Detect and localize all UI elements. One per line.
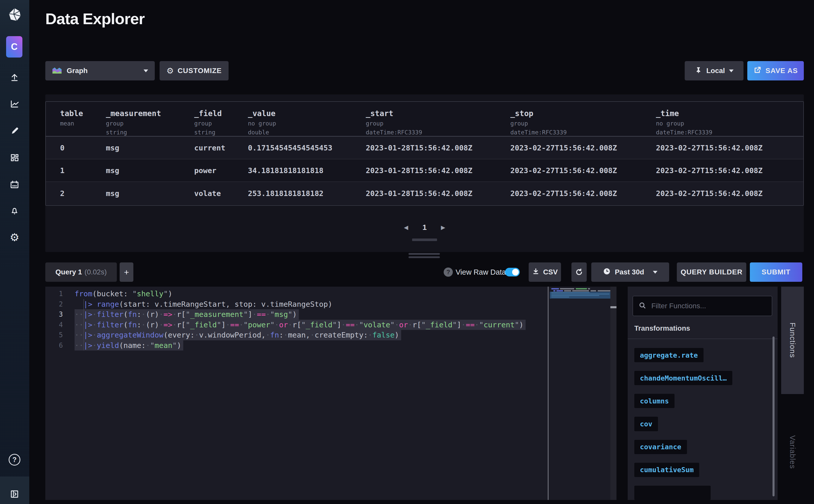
gear-icon: ⚙ (166, 67, 174, 75)
raw-data-cell: tablemean_measurementgroupstring_fieldgr… (45, 94, 804, 252)
csv-download-button[interactable]: CSV (529, 262, 561, 282)
export-icon (753, 66, 762, 76)
filter-functions-searchbox[interactable] (633, 296, 772, 316)
current-page-number: 1 (423, 223, 427, 232)
bell-icon[interactable] (9, 205, 20, 217)
query-tab[interactable]: Query 1 (0.02s) (45, 262, 117, 282)
editor-scrollbar[interactable] (610, 287, 616, 500)
page-underline (412, 239, 437, 241)
area-chart-icon (52, 66, 62, 76)
function-item[interactable]: aggregate.rate (634, 348, 704, 362)
clock-icon (603, 268, 611, 277)
tab-functions[interactable]: Functions (781, 287, 804, 394)
sidebar-footer (0, 477, 29, 504)
column-header: _startgroupdateTime:RFC3339 (366, 102, 510, 136)
query-duration: (0.02s) (85, 268, 107, 276)
functions-panel: Transformations aggregate.ratechandeMome… (628, 287, 778, 500)
time-range-dropdown[interactable]: Past 30d (591, 262, 669, 282)
dashboards-icon[interactable] (9, 152, 20, 163)
pagination: ◀ 1 ▶ (45, 223, 804, 232)
prev-page-button[interactable]: ◀ (404, 224, 408, 231)
tab-variables[interactable]: Variables (781, 433, 804, 471)
minimap-selection (550, 292, 610, 299)
view-raw-data-label: View Raw Data (456, 262, 506, 282)
page-title: Data Explorer (45, 10, 145, 28)
pin-icon (695, 66, 702, 76)
flux-code-editor[interactable]: 1from(bucket: "shelly")2 |> range(start:… (45, 287, 616, 500)
viz-type-label: Graph (67, 67, 88, 75)
view-raw-data-toggle[interactable] (505, 268, 520, 276)
code-line: 3··|>·filter(fn:·(r)·=>·r["_measurement"… (45, 309, 548, 320)
download-icon (532, 268, 540, 277)
add-query-button[interactable]: + (120, 262, 133, 282)
org-avatar[interactable]: C (6, 36, 22, 58)
save-as-button[interactable]: SAVE AS (747, 61, 804, 80)
chevron-down-icon (653, 271, 657, 274)
gear-icon[interactable]: ⚙ (9, 232, 20, 243)
help-icon[interactable]: ? (9, 454, 20, 466)
refresh-button[interactable] (571, 262, 587, 282)
table-row: 1msgpower34.181818181818182023-01-28T15:… (46, 159, 803, 182)
functions-scrollbar-thumb[interactable] (773, 337, 775, 496)
influxdb-logo[interactable] (7, 7, 22, 22)
pane-drag-handle[interactable] (409, 253, 440, 260)
column-header: tablemean (60, 102, 106, 127)
column-header: _fieldgroupstring (194, 102, 248, 136)
column-header: _stopgroupdateTime:RFC3339 (510, 102, 656, 136)
calendar-icon[interactable] (9, 179, 20, 191)
editor-minimap[interactable] (550, 287, 610, 500)
functions-category-label: Transformations (634, 324, 690, 332)
function-item[interactable] (634, 486, 711, 500)
column-header: _valueno groupdouble (248, 102, 366, 136)
code-line: 6··|>·yield(name:·"mean") (45, 340, 548, 351)
divider (628, 339, 778, 339)
data-explorer-page: C ⚙ ? Data Explorer (0, 0, 814, 504)
query-builder-button[interactable]: QUERY BUILDER (677, 262, 746, 282)
pencil-icon[interactable] (9, 125, 20, 137)
function-item[interactable]: covariance (634, 440, 687, 454)
visualization-type-dropdown[interactable]: Graph (45, 61, 155, 80)
expand-sidebar-icon[interactable] (9, 488, 20, 500)
column-header: _timeno groupdateTime:RFC3339 (656, 102, 803, 136)
function-item[interactable]: cumulativeSum (634, 463, 699, 477)
functions-list: aggregate.ratechandeMomentumOscill…colum… (634, 348, 732, 500)
code-line: 5··|>·aggregateWindow(every:·v.windowPer… (45, 330, 548, 340)
submit-button[interactable]: SUBMIT (750, 262, 802, 282)
next-page-button[interactable]: ▶ (441, 224, 445, 231)
raw-data-table: tablemean_measurementgroupstring_fieldgr… (45, 101, 804, 206)
raw-data-help-icon[interactable]: ? (444, 268, 453, 277)
table-row: 0msgcurrent0.171545454545454532023-01-28… (46, 137, 803, 159)
editor-minimap-divider[interactable] (548, 287, 549, 500)
column-header: _measurementgroupstring (106, 102, 194, 136)
timezone-dropdown[interactable]: Local (685, 61, 743, 80)
sidebar: C ⚙ ? (0, 0, 29, 504)
code-line: 1from(bucket: "shelly") (45, 289, 548, 299)
chevron-down-icon (729, 69, 734, 72)
raw-table-body: 0msgcurrent0.171545454545454532023-01-28… (46, 137, 803, 205)
line-chart-icon[interactable] (9, 98, 20, 110)
raw-table-header: tablemean_measurementgroupstring_fieldgr… (46, 102, 803, 137)
upload-icon[interactable] (9, 72, 20, 83)
function-item[interactable]: columns (634, 394, 675, 408)
search-icon (639, 302, 646, 310)
customize-button[interactable]: ⚙ CUSTOMIZE (160, 61, 229, 80)
function-item[interactable]: chandeMomentumOscill… (634, 371, 732, 385)
function-item[interactable]: cov (634, 417, 658, 431)
chevron-down-icon (144, 69, 148, 72)
scrollbar-handle[interactable] (610, 306, 616, 308)
table-row: 2msgvolate253.18181818181822023-01-28T15… (46, 182, 803, 205)
search-input[interactable] (651, 302, 766, 310)
code-line: 4··|>·filter(fn:·(r)·=>·r["_field"]·==·"… (45, 320, 548, 330)
code-line: 2 |> range(start: v.timeRangeStart, stop… (45, 299, 548, 310)
editor-lines: 1from(bucket: "shelly")2 |> range(start:… (45, 289, 548, 351)
